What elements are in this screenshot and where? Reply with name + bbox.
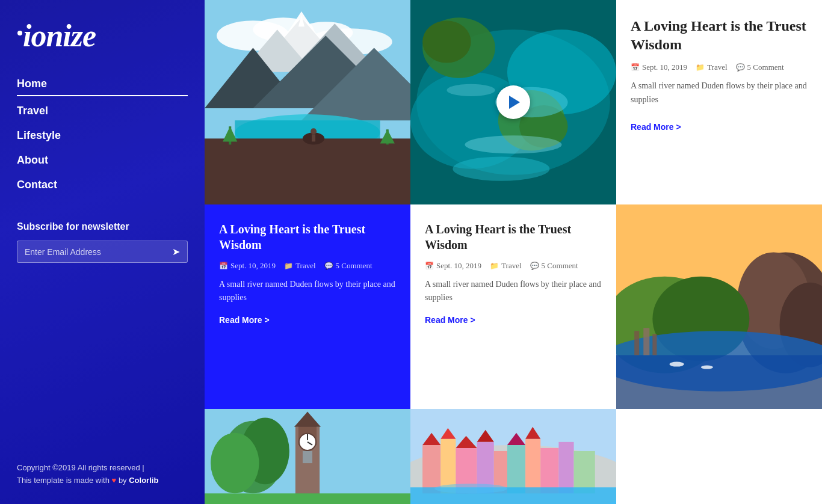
blue-article-excerpt: A small river named Duden flows by their… xyxy=(219,278,396,305)
right-article-title: A Loving Heart is the Truest Wisdom xyxy=(631,17,808,54)
svg-point-44 xyxy=(670,362,684,367)
svg-point-80 xyxy=(434,484,507,493)
white-article-excerpt: A small river named Duden flows by their… xyxy=(425,278,602,305)
white-category-meta: 📁 Travel xyxy=(490,261,521,271)
svg-point-34 xyxy=(453,157,549,181)
mountain-image-cell xyxy=(205,0,410,204)
blue-article-title: A Loving Heart is the Truest Wisdom xyxy=(219,221,396,253)
ocean-image-cell xyxy=(410,0,616,204)
comment-icon-white: 💬 xyxy=(530,262,539,271)
svg-rect-68 xyxy=(507,445,525,493)
blue-article-comments: 5 Comment xyxy=(336,261,372,271)
nav-item-travel[interactable]: Travel xyxy=(17,99,188,123)
blue-date-meta: 📅 Sept. 10, 2019 xyxy=(219,261,276,271)
svg-point-45 xyxy=(701,366,713,369)
white-article-date: Sept. 10, 2019 xyxy=(436,261,481,271)
right-article-comments-meta: 💬 5 Comment xyxy=(736,63,784,72)
subscribe-button[interactable]: ➤ xyxy=(172,246,180,257)
empty-cell xyxy=(616,409,822,504)
comment-icon-blue: 💬 xyxy=(324,262,333,271)
nav-item-contact[interactable]: Contact xyxy=(17,173,188,197)
svg-rect-60 xyxy=(205,493,410,504)
svg-point-32 xyxy=(447,84,495,96)
svg-rect-59 xyxy=(303,451,312,463)
svg-point-17 xyxy=(311,128,317,134)
svg-rect-18 xyxy=(312,134,315,141)
blue-article-category: Travel xyxy=(295,261,315,271)
comment-icon: 💬 xyxy=(736,63,745,72)
right-read-more-link[interactable]: Read More > xyxy=(631,122,681,132)
svg-point-28 xyxy=(422,20,471,63)
svg-rect-48 xyxy=(652,334,657,355)
clock-tower-cell xyxy=(205,409,410,504)
nav-item-about[interactable]: About xyxy=(17,148,188,173)
blue-comments-meta: 💬 5 Comment xyxy=(324,261,372,271)
blue-article-card: A Loving Heart is the Truest Wisdom 📅 Se… xyxy=(205,204,410,409)
newsletter-title: Subscribe for newsletter xyxy=(17,221,188,232)
svg-rect-72 xyxy=(574,451,595,493)
calendar-icon: 📅 xyxy=(631,63,640,72)
right-text-article-cell: A Loving Heart is the Truest Wisdom 📅 Se… xyxy=(616,0,822,204)
white-date-meta: 📅 Sept. 10, 2019 xyxy=(425,261,481,271)
svg-rect-46 xyxy=(634,331,639,355)
main-nav: Home Travel Lifestyle About Contact xyxy=(17,72,188,197)
right-article-date-meta: 📅 Sept. 10, 2019 xyxy=(631,63,687,72)
white-article-title: A Loving Heart is the Truest Wisdom xyxy=(425,221,602,253)
right-article-comments: 5 Comment xyxy=(747,63,784,72)
email-input[interactable] xyxy=(25,247,172,257)
main-content: A Loving Heart is the Truest Wisdom 📅 Se… xyxy=(205,0,822,504)
subscribe-form: ➤ xyxy=(17,241,188,263)
white-article-meta: 📅 Sept. 10, 2019 📁 Travel 💬 5 Comment xyxy=(425,261,602,271)
svg-rect-63 xyxy=(422,445,440,493)
nav-item-lifestyle[interactable]: Lifestyle xyxy=(17,123,188,148)
nav-item-home[interactable]: Home xyxy=(17,72,188,96)
copyright-text: Copyright ©2019 All rights reserved | Th… xyxy=(17,462,188,487)
svg-rect-70 xyxy=(540,448,558,493)
svg-rect-71 xyxy=(558,442,573,493)
send-icon: ➤ xyxy=(172,247,180,257)
right-article-date: Sept. 10, 2019 xyxy=(642,63,687,72)
rio-image-cell xyxy=(616,204,822,409)
svg-rect-69 xyxy=(525,439,540,494)
folder-icon-white: 📁 xyxy=(490,262,499,271)
svg-rect-43 xyxy=(616,355,822,409)
colorlib-link[interactable]: Colorlib xyxy=(129,476,158,485)
white-read-more-link[interactable]: Read More > xyxy=(425,315,475,325)
heart-icon: ♥ xyxy=(112,476,117,485)
right-article-category-meta: 📁 Travel xyxy=(696,63,727,72)
logo-dot xyxy=(17,31,22,35)
white-comments-meta: 💬 5 Comment xyxy=(530,261,578,271)
svg-point-31 xyxy=(465,135,562,153)
calendar-icon-white: 📅 xyxy=(425,262,434,271)
play-button[interactable] xyxy=(496,85,530,119)
white-article-category: Travel xyxy=(501,261,521,271)
blue-article-meta: 📅 Sept. 10, 2019 📁 Travel 💬 5 Comment xyxy=(219,261,396,271)
sidebar: ionize Home Travel Lifestyle About Conta… xyxy=(0,0,205,504)
white-article-card: A Loving Heart is the Truest Wisdom 📅 Se… xyxy=(410,204,616,409)
blue-read-more-link[interactable]: Read More > xyxy=(219,315,270,325)
calendar-icon-blue: 📅 xyxy=(219,262,228,271)
right-article-category: Travel xyxy=(707,63,727,72)
blue-category-meta: 📁 Travel xyxy=(284,261,315,271)
village-image-cell xyxy=(410,409,616,504)
folder-icon-blue: 📁 xyxy=(284,262,293,271)
svg-rect-15 xyxy=(205,138,410,204)
folder-icon: 📁 xyxy=(696,63,705,72)
blue-article-date: Sept. 10, 2019 xyxy=(230,261,276,271)
svg-rect-47 xyxy=(643,328,649,355)
svg-point-52 xyxy=(211,433,259,494)
white-article-comments: 5 Comment xyxy=(542,261,578,271)
right-article-excerpt: A small river named Duden flows by their… xyxy=(631,79,808,106)
right-article-meta: 📅 Sept. 10, 2019 📁 Travel 💬 5 Comment xyxy=(631,63,808,72)
site-logo: ionize xyxy=(17,18,188,54)
